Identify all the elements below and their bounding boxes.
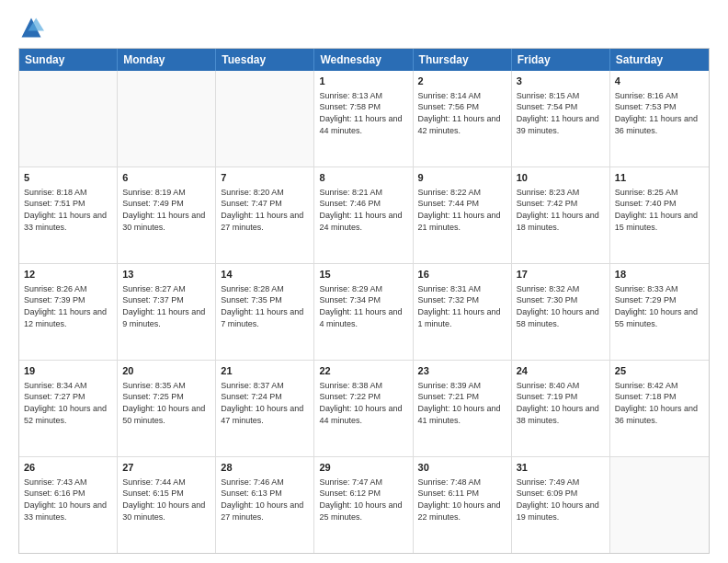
day-info: Sunrise: 8:22 AM Sunset: 7:44 PM Dayligh… — [418, 187, 506, 233]
day-cell-17: 17Sunrise: 8:32 AM Sunset: 7:30 PM Dayli… — [512, 264, 610, 360]
header-day-wednesday: Wednesday — [314, 49, 413, 71]
empty-cell — [216, 71, 314, 167]
day-cell-19: 19Sunrise: 8:34 AM Sunset: 7:27 PM Dayli… — [19, 361, 118, 456]
day-cell-2: 2Sunrise: 8:14 AM Sunset: 7:56 PM Daylig… — [414, 71, 512, 167]
header-day-saturday: Saturday — [610, 49, 709, 71]
day-cell-3: 3Sunrise: 8:15 AM Sunset: 7:54 PM Daylig… — [512, 71, 610, 167]
day-number: 20 — [122, 364, 210, 378]
day-info: Sunrise: 8:15 AM Sunset: 7:54 PM Dayligh… — [517, 90, 605, 136]
day-cell-15: 15Sunrise: 8:29 AM Sunset: 7:34 PM Dayli… — [314, 264, 413, 360]
day-info: Sunrise: 8:23 AM Sunset: 7:42 PM Dayligh… — [517, 187, 605, 233]
day-info: Sunrise: 8:38 AM Sunset: 7:22 PM Dayligh… — [319, 380, 407, 426]
day-number: 3 — [517, 75, 605, 88]
day-info: Sunrise: 8:14 AM Sunset: 7:56 PM Dayligh… — [418, 90, 506, 136]
day-info: Sunrise: 8:27 AM Sunset: 7:37 PM Dayligh… — [122, 283, 210, 329]
day-cell-21: 21Sunrise: 8:37 AM Sunset: 7:24 PM Dayli… — [216, 361, 314, 456]
day-cell-23: 23Sunrise: 8:39 AM Sunset: 7:21 PM Dayli… — [414, 361, 512, 456]
day-number: 9 — [418, 171, 506, 185]
day-number: 7 — [221, 171, 309, 185]
week-row-5: 26Sunrise: 7:43 AM Sunset: 6:16 PM Dayli… — [19, 457, 709, 553]
day-cell-8: 8Sunrise: 8:21 AM Sunset: 7:46 PM Daylig… — [314, 167, 413, 263]
header — [18, 15, 710, 40]
day-number: 29 — [319, 461, 407, 475]
day-cell-11: 11Sunrise: 8:25 AM Sunset: 7:40 PM Dayli… — [610, 167, 709, 263]
day-info: Sunrise: 8:37 AM Sunset: 7:24 PM Dayligh… — [221, 380, 309, 426]
day-info: Sunrise: 8:13 AM Sunset: 7:58 PM Dayligh… — [319, 90, 407, 136]
header-day-tuesday: Tuesday — [216, 49, 314, 71]
day-cell-26: 26Sunrise: 7:43 AM Sunset: 6:16 PM Dayli… — [19, 457, 118, 553]
day-number: 12 — [24, 268, 112, 282]
day-cell-10: 10Sunrise: 8:23 AM Sunset: 7:42 PM Dayli… — [512, 167, 610, 263]
day-number: 30 — [418, 461, 506, 475]
day-info: Sunrise: 8:33 AM Sunset: 7:29 PM Dayligh… — [615, 283, 704, 329]
day-info: Sunrise: 7:44 AM Sunset: 6:15 PM Dayligh… — [122, 477, 210, 523]
day-number: 18 — [615, 268, 704, 282]
day-info: Sunrise: 7:47 AM Sunset: 6:12 PM Dayligh… — [319, 477, 407, 523]
week-row-1: 1Sunrise: 8:13 AM Sunset: 7:58 PM Daylig… — [19, 71, 709, 167]
day-number: 17 — [517, 268, 605, 282]
logo-icon — [18, 15, 44, 40]
day-cell-7: 7Sunrise: 8:20 AM Sunset: 7:47 PM Daylig… — [216, 167, 314, 263]
day-number: 28 — [221, 461, 309, 475]
day-cell-9: 9Sunrise: 8:22 AM Sunset: 7:44 PM Daylig… — [414, 167, 512, 263]
day-cell-4: 4Sunrise: 8:16 AM Sunset: 7:53 PM Daylig… — [610, 71, 709, 167]
day-number: 2 — [418, 75, 506, 88]
day-info: Sunrise: 8:29 AM Sunset: 7:34 PM Dayligh… — [319, 283, 407, 329]
page: SundayMondayTuesdayWednesdayThursdayFrid… — [0, 0, 728, 563]
day-cell-25: 25Sunrise: 8:42 AM Sunset: 7:18 PM Dayli… — [610, 361, 709, 456]
day-number: 13 — [122, 268, 210, 282]
day-number: 6 — [122, 171, 210, 185]
calendar: SundayMondayTuesdayWednesdayThursdayFrid… — [18, 48, 710, 554]
day-info: Sunrise: 8:20 AM Sunset: 7:47 PM Dayligh… — [221, 187, 309, 233]
day-number: 4 — [615, 75, 704, 88]
day-cell-16: 16Sunrise: 8:31 AM Sunset: 7:32 PM Dayli… — [414, 264, 512, 360]
day-info: Sunrise: 8:31 AM Sunset: 7:32 PM Dayligh… — [418, 283, 506, 329]
day-info: Sunrise: 8:28 AM Sunset: 7:35 PM Dayligh… — [221, 283, 309, 329]
day-info: Sunrise: 7:46 AM Sunset: 6:13 PM Dayligh… — [221, 477, 309, 523]
day-number: 1 — [319, 75, 407, 88]
day-info: Sunrise: 8:16 AM Sunset: 7:53 PM Dayligh… — [615, 90, 704, 136]
day-number: 10 — [517, 171, 605, 185]
day-cell-18: 18Sunrise: 8:33 AM Sunset: 7:29 PM Dayli… — [610, 264, 709, 360]
day-info: Sunrise: 8:19 AM Sunset: 7:49 PM Dayligh… — [122, 187, 210, 233]
day-cell-1: 1Sunrise: 8:13 AM Sunset: 7:58 PM Daylig… — [314, 71, 413, 167]
day-info: Sunrise: 8:21 AM Sunset: 7:46 PM Dayligh… — [319, 187, 407, 233]
day-number: 15 — [319, 268, 407, 282]
day-number: 11 — [615, 171, 704, 185]
day-number: 8 — [319, 171, 407, 185]
logo — [18, 15, 48, 40]
day-number: 16 — [418, 268, 506, 282]
day-info: Sunrise: 8:40 AM Sunset: 7:19 PM Dayligh… — [517, 380, 605, 426]
empty-cell — [19, 71, 118, 167]
day-cell-12: 12Sunrise: 8:26 AM Sunset: 7:39 PM Dayli… — [19, 264, 118, 360]
day-info: Sunrise: 8:32 AM Sunset: 7:30 PM Dayligh… — [517, 283, 605, 329]
day-number: 26 — [24, 461, 112, 475]
day-cell-5: 5Sunrise: 8:18 AM Sunset: 7:51 PM Daylig… — [19, 167, 118, 263]
calendar-body: 1Sunrise: 8:13 AM Sunset: 7:58 PM Daylig… — [19, 71, 709, 553]
day-cell-13: 13Sunrise: 8:27 AM Sunset: 7:37 PM Dayli… — [118, 264, 216, 360]
header-day-sunday: Sunday — [19, 49, 118, 71]
day-info: Sunrise: 8:18 AM Sunset: 7:51 PM Dayligh… — [24, 187, 112, 233]
day-number: 25 — [615, 364, 704, 378]
day-number: 27 — [122, 461, 210, 475]
day-info: Sunrise: 8:34 AM Sunset: 7:27 PM Dayligh… — [24, 380, 112, 426]
empty-cell — [610, 457, 709, 553]
day-number: 22 — [319, 364, 407, 378]
day-number: 14 — [221, 268, 309, 282]
day-info: Sunrise: 8:25 AM Sunset: 7:40 PM Dayligh… — [615, 187, 704, 233]
day-cell-28: 28Sunrise: 7:46 AM Sunset: 6:13 PM Dayli… — [216, 457, 314, 553]
day-cell-31: 31Sunrise: 7:49 AM Sunset: 6:09 PM Dayli… — [512, 457, 610, 553]
day-info: Sunrise: 8:42 AM Sunset: 7:18 PM Dayligh… — [615, 380, 704, 426]
day-info: Sunrise: 7:48 AM Sunset: 6:11 PM Dayligh… — [418, 477, 506, 523]
header-day-monday: Monday — [118, 49, 216, 71]
week-row-2: 5Sunrise: 8:18 AM Sunset: 7:51 PM Daylig… — [19, 167, 709, 264]
day-cell-22: 22Sunrise: 8:38 AM Sunset: 7:22 PM Dayli… — [314, 361, 413, 456]
day-number: 19 — [24, 364, 112, 378]
calendar-header-row: SundayMondayTuesdayWednesdayThursdayFrid… — [19, 49, 709, 71]
header-day-thursday: Thursday — [414, 49, 512, 71]
day-cell-20: 20Sunrise: 8:35 AM Sunset: 7:25 PM Dayli… — [118, 361, 216, 456]
day-cell-30: 30Sunrise: 7:48 AM Sunset: 6:11 PM Dayli… — [414, 457, 512, 553]
day-cell-24: 24Sunrise: 8:40 AM Sunset: 7:19 PM Dayli… — [512, 361, 610, 456]
day-cell-14: 14Sunrise: 8:28 AM Sunset: 7:35 PM Dayli… — [216, 264, 314, 360]
day-info: Sunrise: 7:43 AM Sunset: 6:16 PM Dayligh… — [24, 477, 112, 523]
